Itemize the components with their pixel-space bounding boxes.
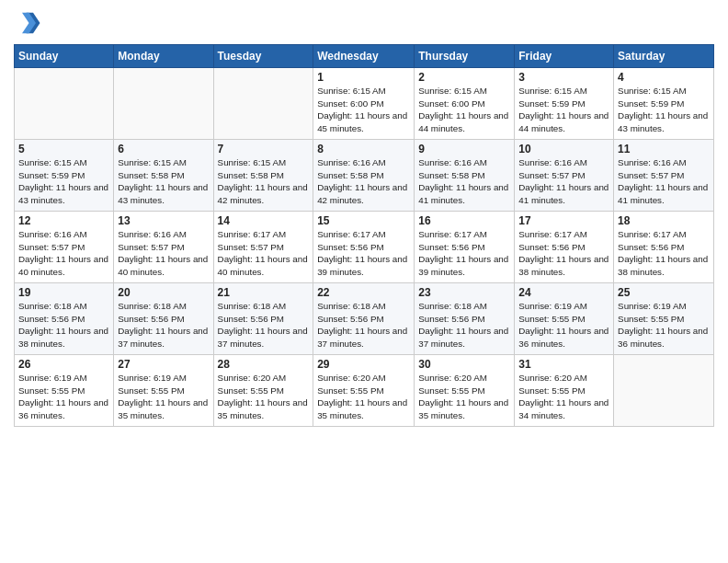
calendar-cell: 30Sunrise: 6:20 AM Sunset: 5:55 PM Dayli… (415, 355, 515, 427)
day-number: 22 (317, 286, 410, 299)
day-number: 26 (18, 358, 109, 371)
calendar-cell: 31Sunrise: 6:20 AM Sunset: 5:55 PM Dayli… (515, 355, 614, 427)
day-info: Sunrise: 6:16 AM Sunset: 5:57 PM Dayligh… (618, 156, 710, 207)
calendar-cell (213, 68, 313, 140)
day-number: 19 (18, 286, 109, 299)
day-info: Sunrise: 6:19 AM Sunset: 5:55 PM Dayligh… (118, 372, 209, 422)
day-info: Sunrise: 6:18 AM Sunset: 5:56 PM Dayligh… (218, 300, 310, 350)
day-number: 27 (118, 358, 209, 371)
week-row-1: 1Sunrise: 6:15 AM Sunset: 6:00 PM Daylig… (15, 68, 714, 140)
day-info: Sunrise: 6:19 AM Sunset: 5:55 PM Dayligh… (518, 300, 609, 350)
calendar-cell: 2Sunrise: 6:15 AM Sunset: 6:00 PM Daylig… (415, 68, 515, 140)
calendar-cell: 28Sunrise: 6:20 AM Sunset: 5:55 PM Dayli… (213, 355, 313, 427)
calendar-cell: 22Sunrise: 6:18 AM Sunset: 5:56 PM Dayli… (313, 283, 415, 355)
calendar-body: 1Sunrise: 6:15 AM Sunset: 6:00 PM Daylig… (15, 68, 714, 427)
calendar-cell: 16Sunrise: 6:17 AM Sunset: 5:56 PM Dayli… (415, 212, 515, 283)
day-info: Sunrise: 6:16 AM Sunset: 5:58 PM Dayligh… (317, 156, 410, 207)
calendar-cell: 17Sunrise: 6:17 AM Sunset: 5:56 PM Dayli… (515, 212, 614, 283)
day-number: 29 (317, 358, 410, 371)
calendar-cell: 26Sunrise: 6:19 AM Sunset: 5:55 PM Dayli… (15, 355, 114, 427)
day-info: Sunrise: 6:15 AM Sunset: 5:59 PM Dayligh… (618, 85, 710, 135)
day-info: Sunrise: 6:20 AM Sunset: 5:55 PM Dayligh… (218, 372, 310, 422)
calendar-cell: 9Sunrise: 6:16 AM Sunset: 5:58 PM Daylig… (415, 140, 515, 212)
day-info: Sunrise: 6:17 AM Sunset: 5:56 PM Dayligh… (317, 228, 410, 279)
day-info: Sunrise: 6:18 AM Sunset: 5:56 PM Dayligh… (118, 300, 209, 350)
week-row-5: 26Sunrise: 6:19 AM Sunset: 5:55 PM Dayli… (15, 355, 714, 427)
header (14, 9, 714, 37)
day-number: 28 (218, 358, 310, 371)
calendar-cell: 12Sunrise: 6:16 AM Sunset: 5:57 PM Dayli… (15, 212, 114, 283)
day-info: Sunrise: 6:18 AM Sunset: 5:56 PM Dayligh… (18, 300, 109, 350)
calendar-cell: 29Sunrise: 6:20 AM Sunset: 5:55 PM Dayli… (313, 355, 415, 427)
day-info: Sunrise: 6:16 AM Sunset: 5:57 PM Dayligh… (518, 156, 609, 207)
day-info: Sunrise: 6:20 AM Sunset: 5:55 PM Dayligh… (518, 372, 609, 422)
day-number: 10 (518, 143, 609, 155)
calendar-cell: 5Sunrise: 6:15 AM Sunset: 5:59 PM Daylig… (15, 140, 114, 212)
day-header-saturday: Saturday (614, 45, 714, 68)
day-number: 24 (518, 286, 609, 299)
day-info: Sunrise: 6:15 AM Sunset: 5:58 PM Dayligh… (218, 156, 310, 207)
day-info: Sunrise: 6:15 AM Sunset: 5:58 PM Dayligh… (118, 156, 209, 207)
calendar-cell: 18Sunrise: 6:17 AM Sunset: 5:56 PM Dayli… (614, 212, 714, 283)
day-number: 9 (418, 143, 510, 155)
main-container: SundayMondayTuesdayWednesdayThursdayFrid… (0, 0, 728, 436)
calendar-cell (614, 355, 714, 427)
day-info: Sunrise: 6:17 AM Sunset: 5:56 PM Dayligh… (518, 228, 609, 279)
day-info: Sunrise: 6:18 AM Sunset: 5:56 PM Dayligh… (418, 300, 510, 350)
day-header-friday: Friday (515, 45, 614, 68)
day-info: Sunrise: 6:19 AM Sunset: 5:55 PM Dayligh… (18, 372, 109, 422)
day-number: 1 (317, 71, 410, 84)
day-info: Sunrise: 6:17 AM Sunset: 5:56 PM Dayligh… (418, 228, 510, 279)
day-info: Sunrise: 6:19 AM Sunset: 5:55 PM Dayligh… (618, 300, 710, 350)
day-info: Sunrise: 6:15 AM Sunset: 5:59 PM Dayligh… (18, 156, 109, 207)
day-number: 11 (618, 143, 710, 155)
calendar-cell: 6Sunrise: 6:15 AM Sunset: 5:58 PM Daylig… (114, 140, 213, 212)
day-number: 18 (618, 214, 710, 227)
day-number: 23 (418, 286, 510, 299)
day-info: Sunrise: 6:20 AM Sunset: 5:55 PM Dayligh… (317, 372, 410, 422)
calendar-cell: 7Sunrise: 6:15 AM Sunset: 5:58 PM Daylig… (213, 140, 313, 212)
day-number: 14 (218, 214, 310, 227)
day-number: 16 (418, 214, 510, 227)
calendar-cell: 27Sunrise: 6:19 AM Sunset: 5:55 PM Dayli… (114, 355, 213, 427)
day-number: 25 (618, 286, 710, 299)
calendar-cell: 11Sunrise: 6:16 AM Sunset: 5:57 PM Dayli… (614, 140, 714, 212)
day-number: 2 (418, 71, 510, 84)
calendar-cell: 25Sunrise: 6:19 AM Sunset: 5:55 PM Dayli… (614, 283, 714, 355)
day-info: Sunrise: 6:16 AM Sunset: 5:57 PM Dayligh… (18, 228, 109, 279)
day-number: 7 (218, 143, 310, 155)
day-header-thursday: Thursday (415, 45, 515, 68)
day-header-tuesday: Tuesday (213, 45, 313, 68)
calendar-cell: 20Sunrise: 6:18 AM Sunset: 5:56 PM Dayli… (114, 283, 213, 355)
day-number: 30 (418, 358, 510, 371)
day-info: Sunrise: 6:15 AM Sunset: 6:00 PM Dayligh… (317, 85, 410, 135)
day-info: Sunrise: 6:18 AM Sunset: 5:56 PM Dayligh… (317, 300, 410, 350)
day-number: 12 (18, 214, 109, 227)
calendar-table: SundayMondayTuesdayWednesdayThursdayFrid… (14, 44, 714, 427)
calendar-cell: 14Sunrise: 6:17 AM Sunset: 5:57 PM Dayli… (213, 212, 313, 283)
week-row-3: 12Sunrise: 6:16 AM Sunset: 5:57 PM Dayli… (15, 212, 714, 283)
calendar-cell: 4Sunrise: 6:15 AM Sunset: 5:59 PM Daylig… (614, 68, 714, 140)
day-info: Sunrise: 6:20 AM Sunset: 5:55 PM Dayligh… (418, 372, 510, 422)
day-info: Sunrise: 6:17 AM Sunset: 5:56 PM Dayligh… (618, 228, 710, 279)
day-number: 31 (518, 358, 609, 371)
day-number: 21 (218, 286, 310, 299)
day-number: 17 (518, 214, 609, 227)
day-number: 3 (518, 71, 609, 84)
day-number: 6 (118, 143, 209, 155)
week-row-4: 19Sunrise: 6:18 AM Sunset: 5:56 PM Dayli… (15, 283, 714, 355)
day-info: Sunrise: 6:16 AM Sunset: 5:57 PM Dayligh… (118, 228, 209, 279)
calendar-cell: 3Sunrise: 6:15 AM Sunset: 5:59 PM Daylig… (515, 68, 614, 140)
calendar-cell: 8Sunrise: 6:16 AM Sunset: 5:58 PM Daylig… (313, 140, 415, 212)
day-number: 20 (118, 286, 209, 299)
calendar-cell: 1Sunrise: 6:15 AM Sunset: 6:00 PM Daylig… (313, 68, 415, 140)
day-number: 8 (317, 143, 410, 155)
calendar-cell: 21Sunrise: 6:18 AM Sunset: 5:56 PM Dayli… (213, 283, 313, 355)
calendar-cell: 15Sunrise: 6:17 AM Sunset: 5:56 PM Dayli… (313, 212, 415, 283)
day-number: 13 (118, 214, 209, 227)
week-row-2: 5Sunrise: 6:15 AM Sunset: 5:59 PM Daylig… (15, 140, 714, 212)
day-header-sunday: Sunday (15, 45, 114, 68)
calendar-cell (114, 68, 213, 140)
day-header-wednesday: Wednesday (313, 45, 415, 68)
calendar-cell: 19Sunrise: 6:18 AM Sunset: 5:56 PM Dayli… (15, 283, 114, 355)
